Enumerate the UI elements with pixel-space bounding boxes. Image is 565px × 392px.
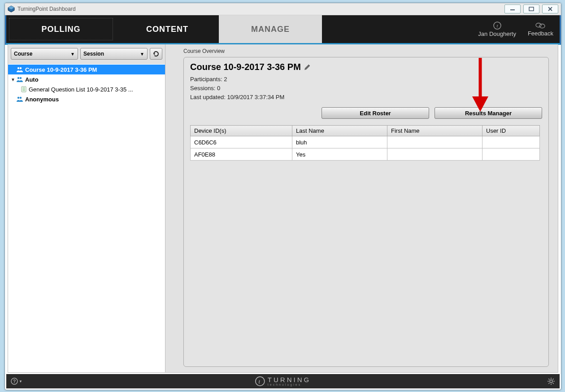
- window-title: TurningPoint Dashboard: [17, 6, 76, 12]
- session-dropdown[interactable]: Session ▼: [80, 48, 148, 60]
- table-row[interactable]: AF0E88 Yes: [191, 148, 540, 161]
- cell-first-name: [387, 148, 482, 161]
- top-nav: POLLING CONTENT MANAGE t Jan Dougherty F…: [5, 15, 561, 45]
- help-button[interactable]: ? ▼: [11, 378, 22, 385]
- cell-device-id: C6D6C6: [191, 136, 292, 148]
- tree-item-auto[interactable]: ▼ Auto: [8, 74, 165, 84]
- chevron-down-icon: ▼: [19, 379, 22, 383]
- svg-point-13: [17, 77, 19, 79]
- help-icon: ?: [11, 378, 18, 385]
- col-device-id[interactable]: Device ID(s): [191, 126, 292, 136]
- table-row[interactable]: C6D6C6 bluh: [191, 136, 540, 148]
- last-updated: Last updated: 10/9/2017 3:37:34 PM: [190, 93, 542, 102]
- gear-icon: [547, 377, 555, 385]
- footer: ? ▼ t TURNING technologies: [6, 374, 560, 388]
- tree-item-label: Course 10-9-2017 3-36 PM: [25, 66, 97, 73]
- tree-item-question-list[interactable]: General Question List 10-9-2017 3-35 ...: [8, 84, 165, 94]
- feedback-button[interactable]: Feedback: [528, 22, 553, 37]
- app-window: TurningPoint Dashboard POLLING CONTENT M…: [4, 3, 561, 390]
- svg-line-33: [553, 383, 554, 384]
- sidebar-tree: Course 10-9-2017 3-36 PM ▼ Auto General …: [8, 64, 165, 372]
- cell-user-id: [482, 136, 540, 148]
- tree-item-anonymous[interactable]: Anonymous: [8, 94, 165, 104]
- svg-line-34: [548, 383, 549, 384]
- brand-main: TURNING: [268, 376, 311, 383]
- tab-manage[interactable]: MANAGE: [219, 15, 322, 43]
- tree-item-label: Anonymous: [25, 96, 59, 103]
- svg-marker-10: [153, 53, 155, 55]
- tree-item-course[interactable]: Course 10-9-2017 3-36 PM: [8, 65, 165, 74]
- chevron-down-icon: ▼: [140, 52, 144, 57]
- titlebar: TurningPoint Dashboard: [5, 3, 561, 15]
- course-title: Course 10-9-2017 3-36 PM: [190, 62, 301, 72]
- sidebar-toolbar: Course ▼ Session ▼: [8, 44, 165, 64]
- user-icon: t: [493, 22, 501, 30]
- refresh-icon: [152, 50, 160, 57]
- svg-text:?: ?: [13, 379, 16, 384]
- pencil-icon: [304, 64, 311, 71]
- sidebar: Course ▼ Session ▼: [8, 44, 165, 372]
- breadcrumb: Course Overview: [183, 48, 549, 56]
- col-first-name[interactable]: First Name: [387, 126, 482, 136]
- svg-text:t: t: [259, 378, 262, 385]
- session-dropdown-label: Session: [83, 51, 104, 57]
- app-icon: [8, 5, 15, 13]
- course-dropdown-label: Course: [14, 51, 32, 57]
- edit-roster-button[interactable]: Edit Roster: [322, 107, 429, 119]
- svg-point-8: [536, 23, 541, 27]
- svg-point-19: [17, 97, 19, 99]
- col-user-id[interactable]: User ID: [482, 126, 540, 136]
- svg-point-14: [20, 77, 22, 79]
- roster-table: Device ID(s) Last Name First Name User I…: [190, 125, 540, 161]
- chevron-down-icon: ▼: [70, 52, 75, 57]
- course-dropdown[interactable]: Course ▼: [11, 48, 78, 60]
- svg-point-11: [17, 67, 19, 69]
- brand-logo: t TURNING technologies: [255, 376, 311, 386]
- cell-first-name: [387, 136, 482, 148]
- disclosure-triangle-icon[interactable]: ▼: [11, 77, 16, 82]
- body: Course ▼ Session ▼: [8, 44, 558, 373]
- people-icon: [16, 96, 23, 102]
- people-icon: [16, 66, 23, 73]
- svg-point-9: [539, 24, 545, 28]
- user-name: Jan Dougherty: [478, 30, 516, 37]
- cell-device-id: AF0E88: [191, 148, 292, 161]
- document-icon: [21, 86, 27, 92]
- svg-text:t: t: [496, 23, 498, 28]
- svg-rect-3: [529, 7, 534, 11]
- svg-point-12: [20, 67, 22, 69]
- settings-button[interactable]: [547, 377, 555, 385]
- tree-item-label: General Question List 10-9-2017 3-35 ...: [29, 86, 133, 93]
- tab-content[interactable]: CONTENT: [116, 15, 219, 43]
- tab-polling[interactable]: POLLING: [9, 18, 113, 40]
- feedback-icon: [535, 22, 545, 29]
- svg-point-27: [550, 380, 552, 383]
- main-panel: Course Overview Course 10-9-2017 3-36 PM…: [165, 44, 558, 372]
- svg-point-20: [20, 97, 22, 99]
- svg-line-32: [548, 379, 549, 379]
- user-menu[interactable]: t Jan Dougherty: [478, 22, 516, 37]
- sessions-count: Sessions: 0: [190, 84, 542, 93]
- brand-sub: technologies: [268, 383, 311, 386]
- people-icon: [16, 76, 23, 83]
- col-last-name[interactable]: Last Name: [292, 126, 387, 136]
- cell-last-name: bluh: [292, 136, 387, 148]
- refresh-button[interactable]: [150, 48, 162, 60]
- participants-count: Participants: 2: [190, 75, 542, 84]
- feedback-label: Feedback: [528, 30, 553, 37]
- results-manager-button[interactable]: Results Manager: [435, 107, 542, 119]
- cell-last-name: Yes: [292, 148, 387, 161]
- maximize-button[interactable]: [523, 4, 539, 13]
- svg-line-35: [553, 379, 554, 379]
- course-overview-box: Course 10-9-2017 3-36 PM Participants: 2…: [183, 57, 549, 367]
- edit-title-button[interactable]: [304, 64, 311, 71]
- tree-item-label: Auto: [25, 76, 39, 83]
- minimize-button[interactable]: [504, 4, 521, 13]
- brand-icon: t: [255, 376, 265, 386]
- close-button[interactable]: [542, 4, 558, 13]
- cell-user-id: [482, 148, 540, 161]
